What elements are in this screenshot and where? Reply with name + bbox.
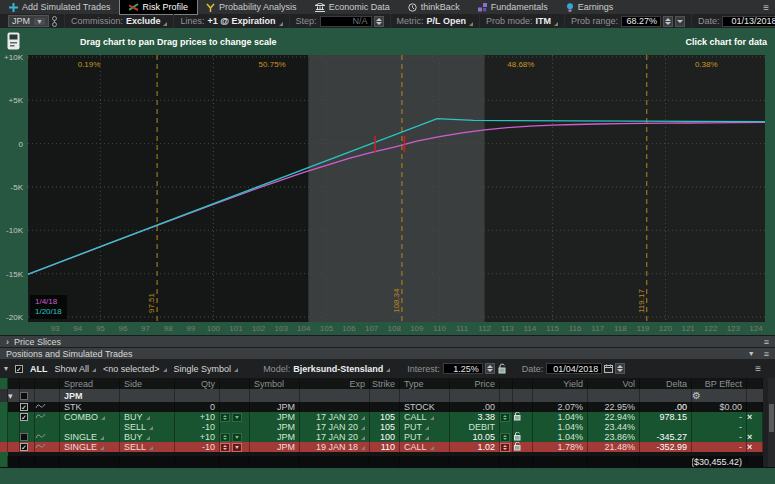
strike-cell[interactable]: 110 [370,442,400,452]
hamburger-icon[interactable]: ≡ [764,337,769,347]
strike-cell[interactable]: 105 [370,422,400,432]
position-checkbox[interactable]: ✓ [20,403,28,411]
scrollbar-thumb[interactable] [769,404,774,432]
price-spinner[interactable] [500,413,510,422]
price-cell[interactable]: 1.02 [450,442,500,452]
hamburger-icon[interactable]: ≡ [764,349,769,359]
risk-profile-chart[interactable]: 97.51108.34119.170.19%50.75%48.68%0.38% [28,55,765,322]
qty-cell[interactable]: +10 [175,412,220,422]
chart-line-icon[interactable] [35,442,46,452]
hamburger-icon[interactable]: ≡ [763,2,769,13]
prob-range-input[interactable]: 68.27% [621,16,661,27]
col-header-symbol[interactable]: Symbol [250,378,300,389]
col-header-price[interactable]: Price [450,378,500,389]
unlock-icon[interactable] [497,363,507,374]
qty-cell[interactable]: +10 [175,432,220,442]
price-cell[interactable]: DEBIT [450,422,500,432]
risk-profile-plot[interactable]: 97.51108.34119.170.19%50.75%48.68%0.38% … [28,55,765,322]
interest-input[interactable]: 1.25% [443,363,483,374]
qty-cell[interactable]: -10 [175,442,220,452]
col-header-spread[interactable]: Spread [60,378,120,389]
close-icon[interactable]: × [747,432,752,442]
exp-cell[interactable] [300,402,370,412]
prob-mode-control[interactable]: Prob mode: ITM [480,14,565,28]
qty-cell[interactable]: 0 [175,402,220,412]
type-cell[interactable]: CALL [400,442,450,452]
exp-cell[interactable]: 19 JAN 18 [300,442,370,452]
collapse-chevron-icon[interactable]: ▾ [8,389,20,402]
prob-range-dropdown[interactable] [675,16,685,27]
tab-add-simulated-trades[interactable]: Add Simulated Trades [0,0,120,14]
strike-cell[interactable] [370,402,400,412]
position-row[interactable]: SINGLEBUY+10JPM17 JAN 20100PUT10.051.04%… [0,432,763,442]
type-cell[interactable]: CALL [400,412,450,422]
position-checkbox[interactable]: ✓ [20,413,28,421]
positions-date-spinner[interactable] [615,363,625,374]
type-cell[interactable]: STOCK [400,402,450,412]
exp-cell[interactable]: 17 JAN 20 [300,412,370,422]
tab-earnings[interactable]: Earnings [557,0,623,14]
unlock-icon[interactable] [513,432,522,442]
qty-spinner[interactable] [220,433,230,442]
qty-cell[interactable]: -10 [175,422,220,432]
table-scrollbar[interactable] [768,378,775,467]
side-cell[interactable]: BUY [120,432,175,442]
positions-header[interactable]: Positions and Simulated Trades ▼ ≡ [0,347,775,359]
qty-dropdown[interactable] [232,413,242,422]
positions-date-input[interactable]: 01/04/2018 [546,363,602,374]
tab-probability-analysis[interactable]: Probability Analysis [197,0,306,14]
chevron-down-icon[interactable]: ▾ [4,364,8,373]
symbol-mode-dropdown[interactable]: Single Symbol [174,364,239,374]
close-icon[interactable]: × [747,442,752,452]
price-slices-header[interactable]: › Price Slices ≡ [0,335,775,347]
chart-line-icon[interactable] [35,402,46,412]
step-spinner[interactable] [374,16,384,27]
all-checkbox[interactable]: ✓ [15,365,23,373]
side-cell[interactable] [120,402,175,412]
spread-cell[interactable]: STK [60,402,120,412]
filter-triangle-icon[interactable]: ▼ [748,350,755,357]
position-row[interactable]: ✓COMBOBUY+10JPM17 JAN 20105CALL3.381.04%… [0,412,763,422]
unlock-icon[interactable] [513,442,522,452]
position-row[interactable]: ✓SINGLESELL-10JPM19 JAN 18110CALL1.021.7… [0,442,763,452]
price-spinner[interactable] [500,443,510,452]
symbol-select[interactable]: JPM ▼ [8,15,49,27]
link-icon[interactable] [51,16,58,27]
position-checkbox[interactable] [20,433,28,441]
tab-risk-profile[interactable]: Risk Profile [120,0,198,14]
group-dropdown[interactable]: <no selected> [103,364,167,374]
prob-range-spinner[interactable] [663,16,673,27]
metric-control[interactable]: Metric: P/L Open [391,14,480,28]
tab-thinkback[interactable]: thinkBack [399,0,469,14]
strike-cell[interactable]: 105 [370,412,400,422]
col-header-vol[interactable]: Vol [588,378,640,389]
close-icon[interactable]: × [747,412,752,422]
price-spinner[interactable] [500,433,510,442]
col-header-side[interactable]: Side [120,378,175,389]
col-header-delta[interactable]: Delta [640,378,692,389]
spread-cell[interactable]: COMBO [60,412,120,422]
type-cell[interactable]: PUT [400,422,450,432]
show-all-dropdown[interactable]: Show All [55,364,97,374]
qty-spinner[interactable] [220,413,230,422]
col-header-qty[interactable]: Qty [175,378,220,389]
col-header-exp[interactable]: Exp [300,378,370,389]
col-header-strike[interactable]: Strike [370,378,400,389]
model-dropdown[interactable]: Model: Bjerksund-Stensland [263,364,390,374]
interest-spinner[interactable] [485,363,495,374]
commission-control[interactable]: Commission: Exclude [65,14,175,28]
price-cell[interactable]: 3.38 [450,412,500,422]
position-row[interactable]: ✓STK0JPMSTOCK.002.07%22.95%.00$0.00 [0,402,763,412]
price-cell[interactable]: .00 [450,402,500,412]
group-checkbox[interactable] [20,392,28,400]
spread-cell[interactable] [60,422,120,432]
side-cell[interactable]: BUY [120,412,175,422]
side-cell[interactable]: SELL [120,442,175,452]
gear-icon[interactable]: ⚙ [692,389,747,402]
spread-cell[interactable]: SINGLE [60,442,120,452]
qty-dropdown[interactable] [232,433,242,442]
position-checkbox[interactable]: ✓ [20,443,28,451]
chart-line-icon[interactable] [35,432,46,442]
col-header-yield[interactable]: Yield [533,378,588,389]
step-input[interactable]: N/A [320,16,372,27]
